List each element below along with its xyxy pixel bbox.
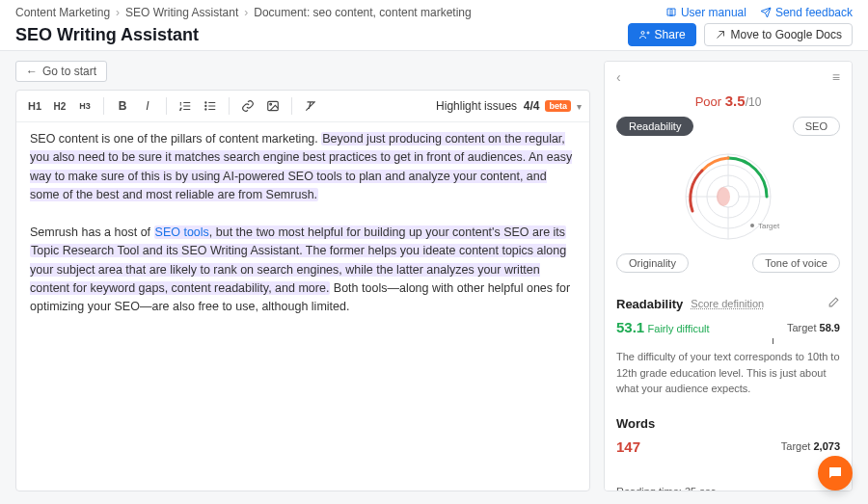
editor-card: H1 H2 H3 B I xyxy=(15,90,590,491)
readability-section-title: Readability Score definition xyxy=(616,296,840,311)
toolbar-separator xyxy=(229,97,230,115)
pencil-icon xyxy=(827,296,840,308)
target-label: Target xyxy=(781,440,811,452)
panel-menu-button[interactable]: ≡ xyxy=(832,69,840,85)
user-manual-label: User manual xyxy=(681,6,746,19)
chevron-right-icon: › xyxy=(244,6,248,19)
readability-qualifier: Fairly difficult xyxy=(648,323,710,334)
breadcrumb: Content Marketing › SEO Writing Assistan… xyxy=(15,6,853,19)
breadcrumb-seo-writing-assistant[interactable]: SEO Writing Assistant xyxy=(125,6,238,19)
user-manual-link[interactable]: User manual xyxy=(665,6,746,19)
svg-point-2 xyxy=(205,105,206,106)
highlighted-text[interactable]: SEO tools, but the two most helpful for … xyxy=(154,225,567,239)
pill-tone-of-voice[interactable]: Tone of voice xyxy=(752,253,840,273)
image-button[interactable] xyxy=(262,95,284,117)
move-to-google-docs-label: Move to Google Docs xyxy=(731,28,842,41)
highlight-issues-label: Highlight issues xyxy=(436,99,517,113)
score-card: ‹ ≡ Poor 3.5/10 Readability SEO xyxy=(604,61,853,491)
book-icon xyxy=(665,7,677,18)
paragraph[interactable]: SEO content is one of the pillars of con… xyxy=(30,130,576,205)
reading-time: Reading time: 35 sec xyxy=(616,480,840,492)
editor-body[interactable]: SEO content is one of the pillars of con… xyxy=(16,122,589,491)
toolbar-separator xyxy=(291,97,292,115)
readability-description: The difficulty of your text corresponds … xyxy=(616,341,840,397)
overall-score: Poor 3.5/10 xyxy=(616,87,840,117)
svg-point-1 xyxy=(205,102,206,103)
top-bar: Content Marketing › SEO Writing Assistan… xyxy=(0,0,868,51)
share-button[interactable]: Share xyxy=(628,23,696,46)
editor-toolbar: H1 H2 H3 B I xyxy=(16,91,589,122)
words-target: 2,073 xyxy=(813,440,840,452)
editor-column: ← Go to start H1 H2 H3 B I xyxy=(15,61,590,491)
link-button[interactable] xyxy=(237,95,258,117)
score-definition-link[interactable]: Score definition xyxy=(691,298,764,309)
score-quality-label: Poor xyxy=(695,94,721,109)
send-feedback-link[interactable]: Send feedback xyxy=(760,6,853,19)
score-value: 3.5 xyxy=(725,93,746,109)
breadcrumb-document: Document: seo content, content marketing xyxy=(254,6,471,19)
toolbar-separator xyxy=(166,97,167,115)
share-label: Share xyxy=(655,28,686,41)
move-to-google-docs-button[interactable]: Move to Google Docs xyxy=(704,23,853,46)
unordered-list-icon xyxy=(203,99,217,113)
pill-originality[interactable]: Originality xyxy=(616,253,689,273)
send-feedback-label: Send feedback xyxy=(775,6,853,19)
text: SEO content is one of the pillars of con… xyxy=(30,132,321,146)
collapse-panel-button[interactable]: ‹ xyxy=(616,69,621,85)
svg-point-3 xyxy=(205,109,206,110)
edit-readability-button[interactable] xyxy=(827,296,840,311)
external-arrow-icon xyxy=(715,29,726,40)
svg-point-5 xyxy=(270,103,272,105)
readability-target: 58.9 xyxy=(820,322,840,333)
image-icon xyxy=(266,99,280,113)
bold-button[interactable]: B xyxy=(112,95,133,117)
page-title: SEO Writing Assistant xyxy=(15,25,199,45)
ordered-list-button[interactable] xyxy=(175,95,196,117)
chevron-down-icon[interactable]: ▾ xyxy=(577,101,582,112)
user-plus-icon xyxy=(638,29,650,40)
paragraph[interactable]: Semrush has a host of SEO tools, but the… xyxy=(30,224,576,317)
help-chat-button[interactable] xyxy=(818,456,853,491)
pill-readability[interactable]: Readability xyxy=(616,117,693,136)
words-metric: 147 Target 2,073 xyxy=(616,431,840,455)
chevron-right-icon: › xyxy=(116,6,120,19)
radar-target-label: Target xyxy=(758,222,780,230)
italic-button[interactable]: I xyxy=(137,95,158,117)
ordered-list-icon xyxy=(178,99,192,113)
text: , but the two most helpful for building … xyxy=(209,225,565,239)
beta-badge: beta xyxy=(545,100,571,112)
readability-value: 53.1 xyxy=(616,319,644,335)
link-icon xyxy=(241,99,255,113)
pill-seo[interactable]: SEO xyxy=(793,117,840,136)
text: Semrush has a host of xyxy=(30,225,154,239)
target-label: Target xyxy=(787,322,817,333)
heading1-button[interactable]: H1 xyxy=(24,95,45,117)
svg-point-0 xyxy=(641,32,644,35)
arrow-left-icon: ← xyxy=(26,65,38,78)
heading3-button[interactable]: H3 xyxy=(74,95,95,117)
score-column: ‹ ≡ Poor 3.5/10 Readability SEO xyxy=(604,61,853,491)
clear-format-icon xyxy=(304,99,317,113)
words-section-title: Words xyxy=(616,416,840,431)
svg-point-13 xyxy=(717,187,730,206)
seo-tools-link[interactable]: SEO tools xyxy=(155,225,209,239)
words-title: Words xyxy=(616,416,655,431)
go-to-start-button[interactable]: ← Go to start xyxy=(15,61,107,82)
readability-metric: 53.1 Fairly difficult Target 58.9 xyxy=(616,311,840,335)
clear-format-button[interactable] xyxy=(300,95,321,117)
breadcrumb-content-marketing[interactable]: Content Marketing xyxy=(15,6,110,19)
radar-chart: Target xyxy=(616,140,840,252)
svg-point-14 xyxy=(750,224,754,227)
send-icon xyxy=(760,7,772,18)
readability-title: Readability xyxy=(616,297,683,311)
score-outof: /10 xyxy=(746,95,762,109)
chat-icon xyxy=(827,464,844,482)
go-to-start-label: Go to start xyxy=(42,65,96,78)
heading2-button[interactable]: H2 xyxy=(49,95,70,117)
highlight-issues-count: 4/4 xyxy=(524,99,540,113)
unordered-list-button[interactable] xyxy=(200,95,221,117)
highlight-issues-toggle[interactable]: Highlight issues 4/4 xyxy=(436,99,539,113)
words-value: 147 xyxy=(616,438,640,455)
workspace: ← Go to start H1 H2 H3 B I xyxy=(0,51,868,501)
toolbar-separator xyxy=(103,97,104,115)
